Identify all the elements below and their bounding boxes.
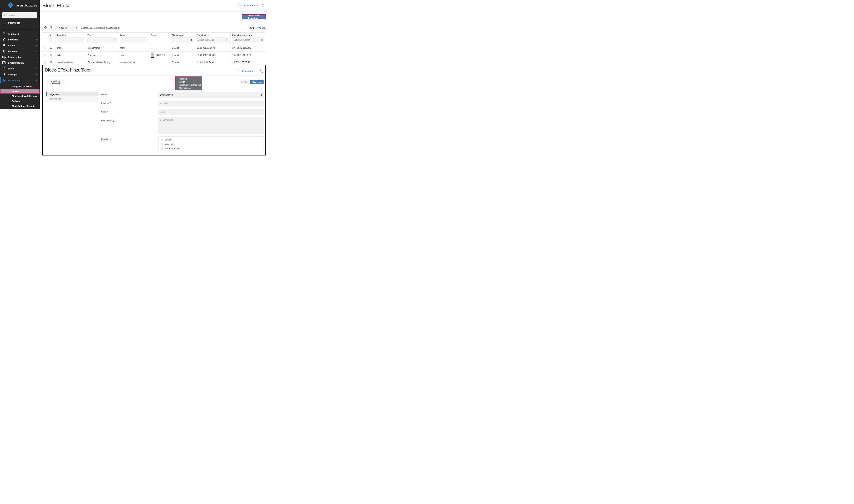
effekt-field-label: Effekt * xyxy=(101,93,108,96)
back-to-overview-button[interactable]: Zurück zur Übersicht xyxy=(47,80,64,84)
sidebar: ? printformer ← Publish xyxy=(0,0,40,109)
user-caret-down-icon[interactable] xyxy=(257,5,259,6)
sidebar-item-preflight[interactable]: Preflight xyxy=(0,72,40,77)
publish-back[interactable]: ← Publish xyxy=(3,21,20,25)
cell-typ: Monochrome xyxy=(86,44,118,51)
color-swatch xyxy=(151,53,154,58)
settings-gear-icon[interactable]: ⚙ xyxy=(44,25,47,29)
table-row[interactable]: 12 mono Monochrome mono - Default 19.4.2… xyxy=(42,44,266,52)
chevron-left-icon xyxy=(36,56,38,58)
notifications-bell-icon[interactable] xyxy=(237,69,240,73)
chevron-left-icon xyxy=(36,68,38,70)
dropdown-option-farbraum[interactable]: Farbraum konvertierung xyxy=(176,84,202,87)
table-row[interactable]: 10 sw-umwandlung Farbraum konvertierung … xyxy=(42,59,266,66)
sidebar-item-template-datakeys[interactable]: Template DataKeys xyxy=(0,84,40,89)
save-button[interactable]: Speichern xyxy=(250,80,264,84)
cell-num: 12 xyxy=(48,44,55,51)
delete-button[interactable]: Löschen xyxy=(241,80,249,84)
mandant-option: Default xyxy=(160,139,172,141)
mandant-option-label: Default xyxy=(165,139,172,141)
document-check-icon xyxy=(2,73,6,76)
sidebar-item-schriften[interactable]: Schriften xyxy=(0,37,40,42)
dropdown-option-vektor[interactable]: Vektor xyxy=(176,80,202,84)
cell-num: 11 xyxy=(48,52,55,59)
sidebar-item-templates[interactable]: Templates xyxy=(0,31,40,37)
identifier-input[interactable] xyxy=(158,101,264,107)
sub-item-label: Derivate xyxy=(12,100,20,103)
aktionen-dropdown[interactable]: Aktionen xyxy=(54,25,79,31)
user-caret-down-icon[interactable] xyxy=(255,71,257,72)
sidebar-item-verwaltung[interactable]: Verwaltung xyxy=(0,77,40,83)
sidebar-search[interactable] xyxy=(2,12,37,18)
created-date-filter: ✕ xyxy=(196,37,229,42)
sidebar-item-farben[interactable]: Farben xyxy=(0,42,40,48)
sidebar-item-effekte[interactable]: Effekte xyxy=(0,89,40,94)
per-page-value: 25 xyxy=(249,27,252,29)
user-name[interactable]: Franziska xyxy=(244,4,255,7)
chevron-down-icon xyxy=(35,79,38,81)
mandanten-field-label: Mandanten * xyxy=(101,138,114,141)
table-row[interactable]: 11 silber Prägung silber #C5C7C7 Default… xyxy=(42,52,266,59)
tab-einstellungen[interactable]: Einstellungen xyxy=(49,97,62,100)
num-filter[interactable] xyxy=(49,37,53,42)
dropdown-option-praegung[interactable]: Prägung xyxy=(176,77,202,80)
created-date-input[interactable] xyxy=(198,39,226,41)
cell-farbe: #C5C7C7 xyxy=(149,52,170,59)
sidebar-item-systemmedien[interactable]: Systemmedien xyxy=(0,60,40,66)
row-checkbox[interactable] xyxy=(43,47,46,49)
refresh-icon[interactable]: ↻ xyxy=(49,25,52,29)
tab-allgemein[interactable]: Allgemein xyxy=(46,92,98,96)
mandant-checkbox[interactable] xyxy=(160,147,163,150)
mandant-checkbox[interactable] xyxy=(160,139,163,141)
cell-identifier: silber xyxy=(55,52,86,59)
beschreibung-textarea[interactable] xyxy=(158,118,264,133)
identifier-filter xyxy=(57,37,84,42)
row-checkbox[interactable] xyxy=(43,61,46,64)
dropdown-option-monochrome[interactable]: Monochrome xyxy=(176,87,202,90)
user-avatar-icon[interactable] xyxy=(259,69,263,73)
per-page-select[interactable]: 25 xyxy=(248,25,255,31)
add-block-effekt-dialog: Block-Effekt hinzufügen Franziska Zurück… xyxy=(42,65,266,156)
column-label: Zuletzt geändert am xyxy=(232,34,264,36)
textarea-resize-grip-icon[interactable] xyxy=(262,132,263,133)
column-label: Label xyxy=(120,34,147,36)
user-avatar-icon[interactable] xyxy=(261,4,265,7)
clear-x-icon[interactable]: ✕ xyxy=(261,39,263,41)
sidebar-item-label: Varianten xyxy=(8,50,18,53)
sidebar-item-drafts[interactable]: Drafts xyxy=(0,66,40,72)
notifications-bell-icon[interactable] xyxy=(239,4,242,7)
header-erstellt-am[interactable]: Erstellt am↓ ✕ xyxy=(195,33,231,44)
search-input[interactable] xyxy=(8,14,33,17)
cell-mandant: Default xyxy=(170,59,195,66)
effekt-select[interactable]: Effekt wählen xyxy=(158,92,264,98)
label-filter-input[interactable] xyxy=(121,39,146,41)
cell-modified: 19.4.2021, 10:00:09 xyxy=(231,52,266,59)
image-icon xyxy=(2,61,6,65)
brand-name: printformer xyxy=(16,3,37,7)
sidebar-item-blockinhaltsvalidierung[interactable]: Blockinhaltsvalidierung xyxy=(0,94,40,98)
cell-modified: 19.4.2021, 11:20:45 xyxy=(231,44,266,51)
row-checkbox[interactable] xyxy=(43,54,46,56)
typ-filter-select[interactable]: - xyxy=(87,37,117,42)
sidebar-item-blocksettings-presets[interactable]: BlockSettings Presets xyxy=(0,104,40,109)
add-block-effekt-button[interactable]: Block-Effekt hinzufügen xyxy=(242,15,265,19)
cell-modified: 2.2.2021, 08:58:46 xyxy=(231,59,266,66)
sidebar-item-varianten[interactable]: Varianten xyxy=(0,48,40,54)
chevron-left-icon xyxy=(36,33,38,35)
sidebar-item-derivate[interactable]: Derivate xyxy=(0,98,40,104)
table-header: # Identifier Typ - Label Farbe xyxy=(42,32,266,44)
typ-filter-value: - xyxy=(88,39,89,41)
column-label: Erstellt am xyxy=(196,34,207,37)
clear-x-icon[interactable]: ✕ xyxy=(226,39,228,41)
pages-icon xyxy=(2,50,6,53)
sidebar-item-label: Schriften xyxy=(8,38,18,41)
mandant-filter-select[interactable]: - xyxy=(172,37,193,42)
mandant-checkbox[interactable] xyxy=(160,143,163,145)
modified-date-input[interactable] xyxy=(233,39,261,41)
sidebar-item-label: Verwaltung xyxy=(8,79,20,82)
sidebar-item-produzenten[interactable]: Produzenten xyxy=(0,54,40,60)
label-input[interactable] xyxy=(158,109,264,115)
identifier-filter-input[interactable] xyxy=(58,39,83,41)
chevron-left-icon xyxy=(36,62,38,64)
user-name[interactable]: Franziska xyxy=(242,70,253,73)
